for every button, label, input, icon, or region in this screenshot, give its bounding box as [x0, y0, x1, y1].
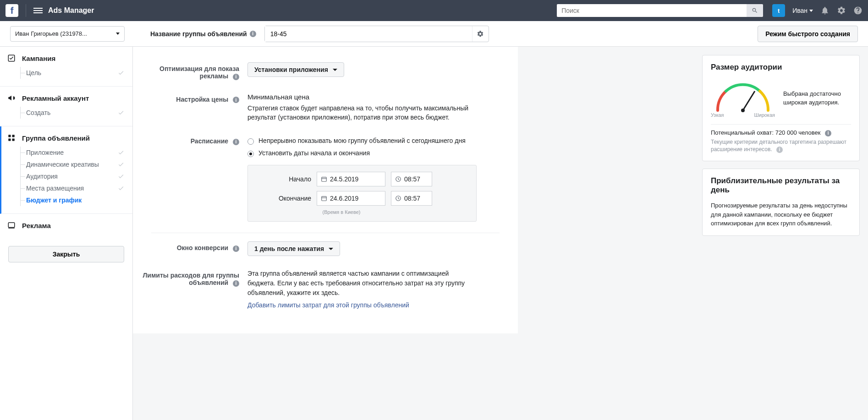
- info-icon[interactable]: i: [776, 147, 783, 153]
- optimization-value: Установки приложения: [254, 66, 328, 73]
- end-date-value: 24.6.2019: [330, 195, 358, 202]
- schedule-continuous-option[interactable]: Непрерывно показывать мою группу объявле…: [247, 135, 477, 147]
- user-name: Иван: [792, 7, 808, 14]
- info-icon[interactable]: i: [233, 280, 239, 287]
- ad-icon: [7, 221, 16, 229]
- divider: [151, 233, 500, 233]
- caret-down-icon: [809, 10, 813, 12]
- info-icon[interactable]: i: [250, 31, 256, 37]
- potential-reach: Потенциальный охват: 720 000 человек: [711, 129, 820, 136]
- timezone-note: (Время в Киеве): [215, 209, 468, 215]
- sidebar-item-label: Цель: [26, 69, 41, 76]
- adset-name-settings[interactable]: [472, 26, 489, 42]
- level-adaccount-label: Рекламный аккаунт: [22, 94, 89, 102]
- sidebar-item-label: Аудитория: [26, 173, 58, 180]
- user-menu[interactable]: Иван: [792, 7, 813, 14]
- adset-icon: [7, 134, 16, 142]
- sidebar-item-goal[interactable]: Цель: [20, 67, 124, 79]
- sidebar-item-label: Динамические креативы: [26, 161, 99, 168]
- svg-rect-2: [12, 135, 15, 137]
- conversion-window-value: 1 день после нажатия: [254, 245, 324, 252]
- audience-summary: Выбрана достаточно широкая аудитория.: [783, 89, 851, 107]
- svg-rect-1: [8, 135, 11, 137]
- spend-limits-text: Эта группа объявлений является частью ка…: [247, 269, 477, 298]
- svg-rect-3: [8, 139, 11, 141]
- facebook-logo[interactable]: f: [5, 4, 18, 17]
- conversion-window-label: Окно конверсии: [177, 244, 228, 251]
- start-time-value: 08:57: [404, 175, 420, 183]
- hamburger-icon[interactable]: [33, 8, 43, 13]
- quick-creation-button[interactable]: Режим быстрого создания: [758, 26, 858, 42]
- level-adset-label: Группа объявлений: [22, 134, 90, 142]
- check-icon: [118, 185, 124, 191]
- svg-rect-7: [322, 177, 327, 181]
- check-icon: [118, 109, 124, 116]
- info-icon[interactable]: i: [233, 74, 239, 80]
- optimization-label: Оптимизация для показа рекламы: [159, 65, 239, 80]
- search-input[interactable]: [557, 4, 747, 17]
- schedule-box: Начало 24.5.2019 08:57: [247, 165, 477, 222]
- bell-icon[interactable]: [820, 6, 830, 15]
- svg-rect-4: [12, 139, 15, 141]
- sidebar-item-app[interactable]: Приложение: [20, 147, 124, 158]
- adset-name-input[interactable]: [265, 26, 472, 42]
- info-icon[interactable]: i: [233, 245, 239, 252]
- sidebar-item-create[interactable]: Создать: [20, 107, 124, 119]
- caret-down-icon: [333, 69, 337, 71]
- start-date-value: 24.5.2019: [330, 175, 358, 183]
- estimated-results-card: Приблизительные результаты за день Прогн…: [702, 169, 860, 236]
- search-button[interactable]: [747, 4, 763, 17]
- sidebar-item-placements[interactable]: Места размещения: [20, 182, 124, 194]
- price-label: Настройка цены: [176, 96, 228, 103]
- level-ad[interactable]: Реклама: [0, 214, 132, 237]
- conversion-window-dropdown[interactable]: 1 день после нажатия: [247, 241, 340, 256]
- level-adset[interactable]: Группа объявлений Приложение Динамически…: [0, 126, 132, 214]
- megaphone-icon: [7, 94, 16, 102]
- info-icon[interactable]: i: [233, 139, 239, 145]
- calendar-icon: [321, 195, 327, 202]
- adset-name-label: Название группы объявлений: [150, 30, 247, 38]
- spend-limits-label: Лимиты расходов для группы объявлений: [143, 272, 239, 286]
- estimated-results-title: Приблизительные результаты за день: [711, 176, 851, 195]
- gear-icon[interactable]: [837, 6, 846, 15]
- schedule-dates-option[interactable]: Установить даты начала и окончания: [247, 147, 477, 159]
- sidebar: Кампания Цель Рекламный аккаунт Создать: [0, 47, 133, 420]
- search-icon: [752, 7, 758, 14]
- end-time-input[interactable]: 08:57: [391, 191, 432, 206]
- audience-size-title: Размер аудитории: [711, 63, 851, 72]
- price-title: Минимальная цена: [247, 93, 477, 101]
- caret-down-icon: [329, 248, 333, 250]
- estimated-results-text: Прогнозируемые результаты за день недост…: [711, 201, 851, 228]
- telegram-icon[interactable]: t: [772, 4, 785, 17]
- start-date-input[interactable]: 24.5.2019: [317, 172, 385, 186]
- price-description: Стратегия ставок будет направлена на то,…: [247, 104, 477, 122]
- sidebar-item-dynamic[interactable]: Динамические креативы: [20, 158, 124, 170]
- sidebar-item-label: Создать: [26, 109, 50, 116]
- radio-icon: [247, 151, 254, 157]
- close-button[interactable]: Закрыть: [8, 246, 124, 262]
- info-icon[interactable]: i: [825, 130, 831, 136]
- level-campaign[interactable]: Кампания Цель: [0, 47, 132, 87]
- check-icon: [118, 149, 124, 156]
- svg-line-13: [743, 91, 755, 110]
- schedule-continuous-label: Непрерывно показывать мою группу объявле…: [258, 137, 466, 144]
- sidebar-item-label: Бюджет и график: [26, 196, 82, 204]
- end-date-input[interactable]: 24.6.2019: [317, 191, 385, 206]
- account-selector[interactable]: Иван Григорьев (231978...: [10, 26, 125, 42]
- sidebar-item-audience[interactable]: Аудитория: [20, 170, 124, 182]
- sidebar-item-label: Приложение: [26, 149, 64, 156]
- help-icon[interactable]: [853, 6, 863, 15]
- end-time-value: 08:57: [404, 195, 420, 202]
- sidebar-item-budget[interactable]: Бюджет и график: [20, 194, 124, 206]
- check-icon: [118, 70, 124, 76]
- start-time-input[interactable]: 08:57: [391, 172, 432, 186]
- info-icon[interactable]: i: [233, 97, 239, 103]
- add-spend-limits-link[interactable]: Добавить лимиты затрат для этой группы о…: [247, 301, 477, 309]
- aside: Размер аудитории: [694, 47, 868, 420]
- calendar-icon: [321, 176, 327, 182]
- svg-rect-5: [8, 223, 15, 228]
- caret-down-icon: [116, 33, 120, 35]
- level-adaccount[interactable]: Рекламный аккаунт Создать: [0, 87, 132, 126]
- account-name: Иван Григорьев (231978...: [15, 30, 87, 37]
- optimization-dropdown[interactable]: Установки приложения: [247, 62, 344, 77]
